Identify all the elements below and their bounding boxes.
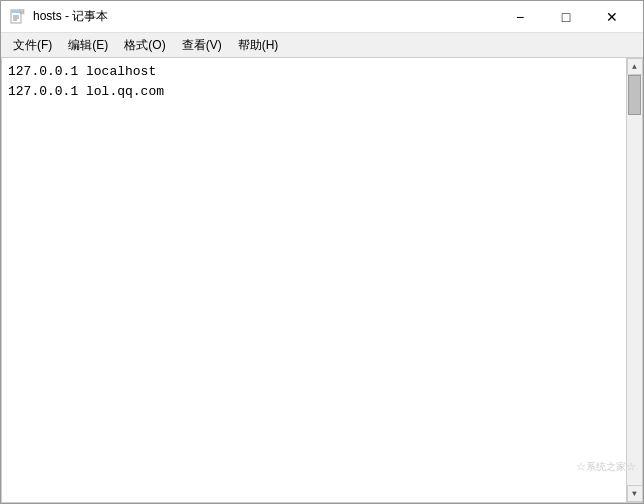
svg-rect-5 bbox=[20, 9, 24, 14]
title-bar: hosts - 记事本 − □ ✕ bbox=[1, 1, 643, 33]
notepad-icon bbox=[9, 9, 25, 25]
window-title: hosts - 记事本 bbox=[33, 8, 108, 25]
window-controls: − □ ✕ bbox=[497, 1, 635, 33]
close-button[interactable]: ✕ bbox=[589, 1, 635, 33]
scroll-down-button[interactable]: ▼ bbox=[627, 485, 643, 502]
scroll-up-button[interactable]: ▲ bbox=[627, 58, 643, 75]
menu-view[interactable]: 查看(V) bbox=[174, 35, 230, 56]
minimize-button[interactable]: − bbox=[497, 1, 543, 33]
menu-file[interactable]: 文件(F) bbox=[5, 35, 60, 56]
notepad-window: hosts - 记事本 − □ ✕ 文件(F) 编辑(E) 格式(O) 查看(V… bbox=[0, 0, 644, 504]
menu-format[interactable]: 格式(O) bbox=[116, 35, 173, 56]
menu-edit[interactable]: 编辑(E) bbox=[60, 35, 116, 56]
text-editor[interactable] bbox=[2, 58, 626, 502]
scrollbar-vertical: ▲ ▼ bbox=[626, 58, 642, 502]
content-area: ▲ ▼ bbox=[1, 57, 643, 503]
title-bar-left: hosts - 记事本 bbox=[9, 8, 108, 25]
menu-help[interactable]: 帮助(H) bbox=[230, 35, 287, 56]
scrollbar-thumb[interactable] bbox=[628, 75, 641, 115]
maximize-button[interactable]: □ bbox=[543, 1, 589, 33]
svg-rect-1 bbox=[11, 10, 21, 13]
menu-bar: 文件(F) 编辑(E) 格式(O) 查看(V) 帮助(H) bbox=[1, 33, 643, 57]
scrollbar-track[interactable] bbox=[627, 75, 642, 485]
